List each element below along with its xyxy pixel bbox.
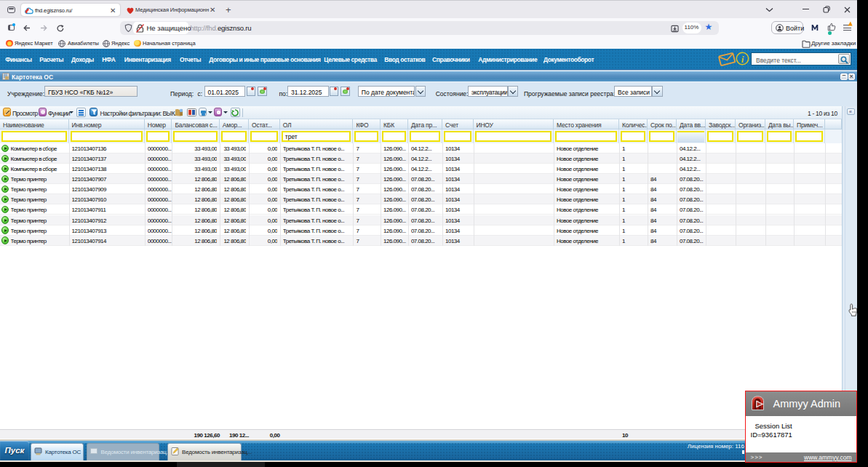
svg-text:i: i (741, 54, 744, 65)
